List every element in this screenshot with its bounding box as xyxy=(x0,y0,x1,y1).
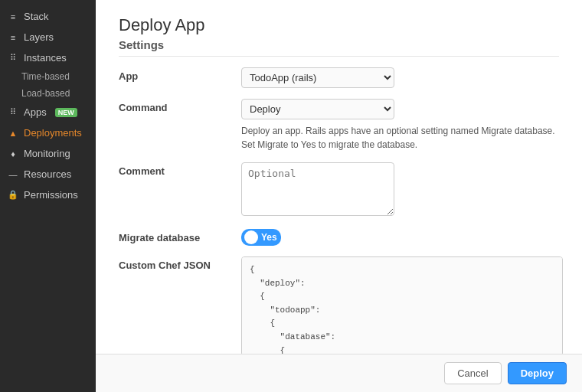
sidebar-item-permissions[interactable]: 🔒 Permissions xyxy=(0,185,96,205)
sidebar-item-time-based[interactable]: Time-based xyxy=(0,68,96,85)
command-select[interactable]: Deploy xyxy=(241,99,394,119)
command-label: Command xyxy=(119,99,241,113)
deploy-button[interactable]: Deploy xyxy=(508,362,567,384)
sidebar-item-apps[interactable]: ⠿ Apps NEW xyxy=(0,102,96,122)
resources-icon: — xyxy=(8,170,18,179)
comment-control xyxy=(241,162,559,218)
command-info-text: Deploy an app. Rails apps have an option… xyxy=(241,124,559,152)
permissions-icon: 🔒 xyxy=(8,190,18,200)
sidebar: ≡ Stack ≡ Layers ⠿ Instances Time-based … xyxy=(0,0,96,392)
app-control: TodoApp (rails) xyxy=(241,67,559,88)
app-label: App xyxy=(119,67,241,82)
toggle-yes-label: Yes xyxy=(261,232,277,243)
apps-new-badge: NEW xyxy=(55,108,77,117)
instances-icon: ⠿ xyxy=(8,53,18,63)
sidebar-item-load-based[interactable]: Load-based xyxy=(0,85,96,102)
monitoring-icon: ♦ xyxy=(8,149,18,158)
migrate-control: Yes xyxy=(241,229,559,246)
sidebar-item-stack[interactable]: ≡ Stack xyxy=(0,6,96,27)
app-row: App TodoApp (rails) xyxy=(119,67,559,88)
chef-json-code[interactable]: { "deploy": { "todoapp": { "database": {… xyxy=(241,256,563,356)
toggle-knob xyxy=(244,230,258,244)
migrate-toggle-wrap: Yes xyxy=(241,229,559,246)
apps-icon: ⠿ xyxy=(8,107,18,117)
settings-section-title: Settings xyxy=(119,38,559,57)
sidebar-item-instances[interactable]: ⠿ Instances xyxy=(0,47,96,68)
sidebar-item-layers[interactable]: ≡ Layers xyxy=(0,27,96,47)
sidebar-item-resources[interactable]: — Resources xyxy=(0,164,96,185)
migrate-row: Migrate database Yes xyxy=(119,229,559,246)
command-control: Deploy Deploy an app. Rails apps have an… xyxy=(241,99,559,152)
layers-icon: ≡ xyxy=(8,33,18,42)
command-row: Command Deploy Deploy an app. Rails apps… xyxy=(119,99,559,152)
sidebar-item-deployments[interactable]: ▲ Deployments xyxy=(0,122,96,143)
stack-icon: ≡ xyxy=(8,12,18,21)
comment-row: Comment xyxy=(119,162,559,218)
app-select[interactable]: TodoApp (rails) xyxy=(241,67,394,88)
cancel-button[interactable]: Cancel xyxy=(444,362,501,384)
deployments-icon: ▲ xyxy=(8,129,18,138)
sidebar-item-monitoring[interactable]: ♦ Monitoring xyxy=(0,143,96,164)
migrate-label: Migrate database xyxy=(119,229,241,243)
comment-label: Comment xyxy=(119,162,241,177)
main-content: Deploy App Settings App TodoApp (rails) … xyxy=(96,0,582,392)
chef-json-label: Custom Chef JSON xyxy=(119,256,241,271)
page-title: Deploy App xyxy=(119,15,559,35)
migrate-toggle[interactable]: Yes xyxy=(241,229,281,246)
comment-textarea[interactable] xyxy=(241,162,394,216)
bottom-bar: Cancel Deploy xyxy=(96,354,582,392)
